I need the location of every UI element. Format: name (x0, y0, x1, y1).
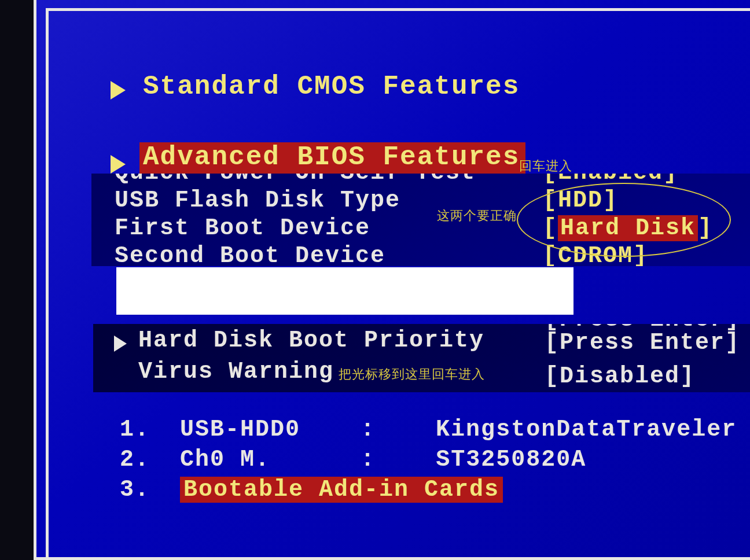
boot-list-row-1[interactable]: 1. USB-HDD0 : KingstonDataTraveler 2 (120, 417, 693, 447)
bios-frame: Standard CMOS Features Advanced BIOS Fea… (34, 0, 750, 560)
boot-priority-list: 1. USB-HDD0 : KingstonDataTraveler 2 2. … (120, 417, 693, 507)
row-text-selected: Bootable Add-in Cards (180, 477, 503, 503)
triangle-icon (111, 155, 126, 174)
row-number: 2. (120, 447, 150, 473)
opt-hdd-priority[interactable]: Hard Disk Boot Priority (138, 327, 484, 353)
opt-second-boot[interactable]: Second Boot Device (115, 243, 385, 266)
row-sep: : (361, 447, 376, 473)
annotation-enter: 回车进入 (519, 157, 572, 175)
menu-standard-cmos[interactable]: Standard CMOS Features (143, 72, 520, 102)
row-name: KingstonDataTraveler 2 (436, 417, 750, 443)
row-sep: : (361, 417, 376, 443)
opt-hdd-priority-value[interactable]: [Press Enter] (545, 330, 740, 356)
boot-list-row-2[interactable]: 2. Ch0 M. : ST3250820A (120, 447, 693, 477)
annotation-cursor: 把光标移到这里回车进入 (339, 366, 485, 383)
opt-virus-warning[interactable]: Virus Warning (138, 359, 334, 385)
row-device: Ch0 M. (180, 447, 270, 473)
opt-first-boot[interactable]: First Boot Device (115, 215, 370, 241)
triangle-icon (114, 336, 127, 352)
triangle-icon (111, 81, 126, 100)
censor-bar (116, 267, 573, 315)
row-name: ST3250820A (436, 447, 586, 473)
menu-advanced-bios[interactable]: Advanced BIOS Features (139, 142, 525, 174)
opt-usb-flash[interactable]: USB Flash Disk Type (115, 187, 400, 213)
boot-list-row-3[interactable]: 3. Bootable Add-in Cards (120, 477, 693, 507)
ellipse-annotation (517, 183, 731, 257)
row-number: 1. (120, 417, 150, 443)
annotation-correct: 这两个要正确 (437, 207, 517, 224)
row-device: USB-HDD0 (180, 417, 300, 443)
opt-virus-warning-value[interactable]: [Disabled] (545, 363, 695, 389)
opt-quick-post[interactable]: Quick Power On Self Test (115, 174, 476, 186)
row-number: 3. (120, 477, 150, 503)
